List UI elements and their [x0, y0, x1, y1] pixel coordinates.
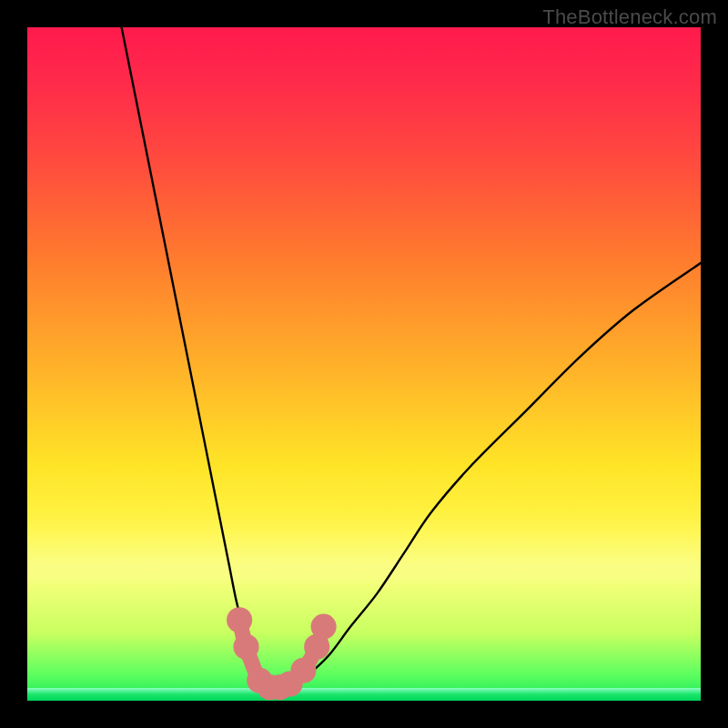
trough-marker	[233, 634, 258, 660]
trough-marker-group	[227, 607, 337, 700]
curve-layer	[27, 27, 701, 701]
trough-marker	[311, 614, 337, 640]
outer-frame: TheBottleneck.com	[0, 0, 728, 728]
curve-left-branch	[122, 27, 270, 687]
plot-area	[27, 27, 701, 701]
trough-marker	[227, 607, 252, 632]
trough-marker	[290, 658, 316, 683]
watermark-text: TheBottleneck.com	[542, 5, 717, 29]
curve-right-branch	[297, 263, 701, 687]
